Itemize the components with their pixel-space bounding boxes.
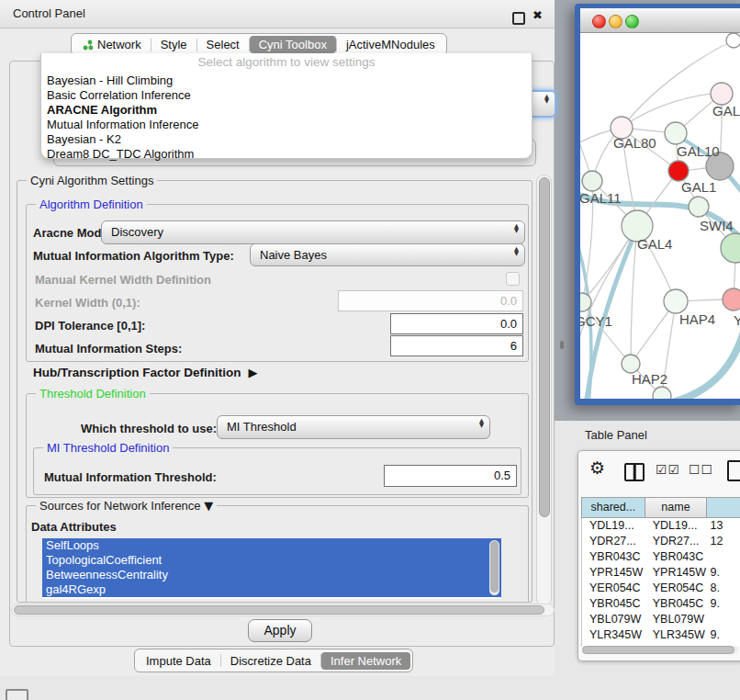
mi-algorithm-type-label: Mutual Information Algorithm Type:	[33, 249, 234, 263]
settings-vertical-scrollbar[interactable]	[536, 175, 552, 606]
network-window-titlebar[interactable]	[580, 8, 740, 33]
attribute-list-item[interactable]: SelfLoops	[42, 538, 501, 553]
expand-arrow-icon[interactable]: ▶	[249, 366, 258, 379]
tab-cyni-toolbox[interactable]: Cyni Toolbox	[250, 36, 336, 53]
attributes-list-scrollbar[interactable]	[489, 540, 499, 595]
tab-label: Network	[97, 38, 141, 51]
show-columns-icon[interactable]: ☑☑	[656, 462, 680, 477]
table-cell: YBR045C	[645, 596, 708, 612]
attribute-list-item[interactable]: gal4RGexp	[42, 582, 501, 597]
network-node-label: HAP2	[632, 371, 667, 387]
mi-steps-field[interactable]: 6	[390, 335, 523, 356]
table-row[interactable]: YBL079WYBL079W	[582, 612, 740, 627]
table-cell: 8.	[708, 581, 740, 596]
network-node-label: GAL1	[681, 179, 716, 195]
network-node[interactable]	[726, 33, 740, 48]
data-attributes-list: SelfLoopsTopologicalCoefficientBetweenne…	[42, 538, 501, 599]
network-node-gal1[interactable]	[668, 161, 689, 181]
table-row[interactable]: YBR045CYBR045C9.	[582, 596, 740, 612]
mi-threshold-field[interactable]: 0.5	[384, 465, 517, 487]
settings-horizontal-scrollbar[interactable]	[11, 604, 555, 616]
tab-discretize-data[interactable]: Discretize Data	[221, 652, 320, 670]
tab-style[interactable]: Style	[151, 36, 196, 53]
attributes-scrollbar-thumb[interactable]	[490, 541, 499, 593]
control-panel-titlebar: Control Panel ✖	[0, 0, 555, 28]
dropdown-option[interactable]: Bayesian - Hill Climbing	[47, 73, 526, 88]
collapse-arrow-icon[interactable]: ▼	[204, 499, 213, 513]
dropdown-option[interactable]: Dream8 DC_TDC Algorithm	[47, 147, 526, 162]
hub-transcription-factor-section[interactable]: Hub/Transcription Factor Definition▶	[33, 366, 258, 379]
tab-label: jActiveMNodules	[346, 38, 435, 51]
table-row[interactable]: YDR27...YDR27...12	[582, 534, 740, 549]
table-row[interactable]: YPR145WYPR145W9.	[582, 565, 740, 581]
network-node-gal11[interactable]	[582, 171, 602, 191]
manual-kernel-width-checkbox[interactable]	[506, 272, 520, 286]
network-node[interactable]	[721, 233, 740, 263]
table-row[interactable]: YBR043CYBR043C	[582, 549, 740, 565]
network-node-label: GAL80	[613, 135, 656, 151]
table-cell	[708, 612, 740, 627]
network-node-gal10[interactable]	[665, 122, 687, 144]
table-cell: 12	[708, 534, 740, 549]
attribute-list-item[interactable]: TopologicalCoefficient	[42, 553, 501, 568]
table-cell: YBR043C	[645, 549, 708, 565]
network-node-label: GAL4	[637, 236, 672, 252]
panel-divider-grip[interactable]	[560, 341, 564, 349]
tab-select[interactable]: Select	[197, 36, 249, 53]
tab-network[interactable]: Network	[73, 36, 151, 53]
dropdown-option[interactable]: Mutual Information Inference	[47, 118, 526, 132]
network-graph[interactable]: GALGAL80GAL10GAL1GAL11SWI4GAL4GCY1HAP4YH…	[580, 33, 740, 399]
apply-button[interactable]: Apply	[248, 619, 312, 642]
table-column-header[interactable]: shared...	[582, 498, 645, 518]
column-split-icon[interactable]	[624, 463, 645, 481]
attribute-list-item[interactable]: BetweennessCentrality	[42, 568, 501, 582]
network-node-gal[interactable]	[711, 83, 733, 105]
table-row[interactable]: YLR345WYLR345W9.	[582, 627, 740, 643]
settings-vscrollbar-thumb[interactable]	[539, 177, 550, 517]
close-icon[interactable]: ✖	[533, 8, 543, 22]
tab-label: Style	[161, 38, 187, 51]
application-screen: Control Panel ✖ NetworkStyleSelectCyni T…	[0, 0, 740, 700]
dpi-tolerance-field[interactable]: 0.0	[390, 313, 523, 334]
tab-impute-data[interactable]: Impute Data	[137, 652, 220, 670]
window-close-button[interactable]	[592, 15, 606, 28]
mi-steps-label: Mutual Information Steps:	[35, 342, 182, 356]
aracne-mode-combobox[interactable]: Discovery ▲▼	[101, 220, 525, 244]
table-horizontal-scrollbar[interactable]	[582, 646, 738, 654]
table-column-header[interactable]: name	[645, 498, 708, 518]
table-cell: YPR145W	[645, 565, 708, 581]
table-cell: YER054C	[645, 581, 708, 596]
table-column-header[interactable]	[707, 498, 740, 518]
tab-jactivemnodules[interactable]: jActiveMNodules	[337, 36, 444, 53]
network-node[interactable]	[653, 387, 671, 399]
network-canvas[interactable]: GALGAL80GAL10GAL1GAL11SWI4GAL4GCY1HAP4YH…	[580, 33, 740, 399]
window-minimize-button[interactable]	[609, 15, 622, 28]
collapsed-panel-icon[interactable]	[6, 689, 28, 700]
control-panel-title: Control Panel	[13, 6, 85, 20]
table-mode-icon[interactable]	[727, 460, 740, 481]
network-node-hap2[interactable]	[622, 355, 640, 373]
table-cell: YBR045C	[582, 596, 645, 612]
gear-icon[interactable]: ⚙	[589, 457, 605, 478]
float-icon[interactable]	[512, 12, 525, 25]
which-threshold-combobox[interactable]: MI Threshold ▲▼	[217, 415, 490, 439]
network-node-hap4[interactable]	[664, 289, 688, 313]
mi-algorithm-type-combobox[interactable]: Naive Bayes ▲▼	[250, 243, 525, 266]
table-row[interactable]: YDL19...YDL19...13	[582, 518, 740, 534]
spinner-arrows-icon: ▲▼	[514, 224, 519, 233]
table-row[interactable]: YER054CYER054C8.	[582, 581, 740, 596]
window-zoom-button[interactable]	[625, 15, 639, 28]
algorithm-definition-legend: Algorithm Definition	[36, 198, 147, 211]
network-node-swi4[interactable]	[689, 197, 709, 217]
dropdown-option[interactable]: Bayesian - K2	[47, 132, 526, 147]
table-hscrollbar-thumb[interactable]	[582, 646, 734, 654]
settings-hscrollbar-thumb[interactable]	[14, 605, 544, 615]
tab-infer-network[interactable]: Infer Network	[321, 652, 410, 670]
manual-kernel-width-label: Manual Kernel Width Definition	[35, 273, 211, 287]
dropdown-option[interactable]: Basic Correlation Inference	[47, 88, 526, 103]
kernel-width-field[interactable]: 0.0	[338, 290, 523, 311]
hide-columns-icon[interactable]: ☐☐	[689, 462, 713, 477]
algorithm-dropdown-items: Bayesian - Hill ClimbingBasic Correlatio…	[47, 73, 526, 162]
network-node-y[interactable]	[723, 288, 740, 310]
dropdown-option[interactable]: ARACNE Algorithm	[47, 103, 526, 118]
